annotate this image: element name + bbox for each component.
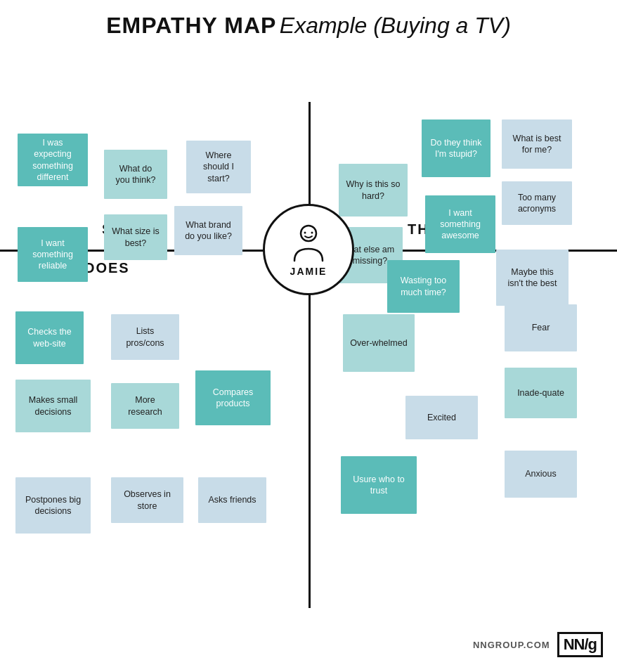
vertical-line xyxy=(308,102,311,608)
note-s2: What do you think? xyxy=(104,150,167,199)
footer: NNGROUP.COM NN/g xyxy=(473,632,603,657)
note-d3: Postpones big decisions xyxy=(15,477,91,534)
note-f1: Over-whelmed xyxy=(343,314,415,372)
footer-logo: NN/g xyxy=(557,632,603,657)
title-area: EMPATHY MAP Example (Buying a TV) xyxy=(0,0,617,46)
center-name: JAMIE xyxy=(290,266,327,277)
note-d1: Checks the web-site xyxy=(15,311,84,364)
note-t1: Do they think I'm stupid? xyxy=(422,119,491,177)
note-t3: Too many acronyms xyxy=(502,181,572,225)
note-t4: Why is this so hard? xyxy=(339,164,408,217)
note-d7: Compares products xyxy=(195,370,271,425)
title-italic: Example (Buying a TV) xyxy=(280,13,511,38)
svg-point-0 xyxy=(301,226,316,241)
note-d4: Lists pros/cons xyxy=(111,314,179,360)
note-d5: More research xyxy=(111,383,179,429)
note-d8: Asks friends xyxy=(198,477,266,523)
note-t2: What is best for me? xyxy=(502,119,572,169)
svg-point-1 xyxy=(304,232,306,234)
note-f3: Inade-quate xyxy=(505,368,577,418)
note-s4: What brand do you like? xyxy=(174,206,242,255)
svg-point-2 xyxy=(311,232,313,234)
map-container: SAYS THINKS DOES FEELS JAMIE I was expec… xyxy=(0,46,617,664)
footer-url: NNGROUP.COM xyxy=(473,640,550,650)
note-t8: Maybe this isn't the best xyxy=(496,250,569,306)
does-label: DOES xyxy=(84,260,130,276)
note-s1: I was expecting something different xyxy=(18,134,88,186)
note-d2: Makes small decisions xyxy=(15,380,91,432)
note-s5: What size is best? xyxy=(104,214,167,260)
note-t7: Wasting too much time? xyxy=(387,260,460,313)
note-s3: Where should I start? xyxy=(186,141,251,193)
note-t6: I want something awesome xyxy=(425,195,495,253)
note-f5: Usure who to trust xyxy=(341,456,417,514)
note-f2: Fear xyxy=(505,304,577,351)
person-icon xyxy=(287,222,330,264)
note-f6: Anxious xyxy=(505,451,577,498)
note-d6: Observes in store xyxy=(111,477,183,523)
title-bold: EMPATHY MAP xyxy=(106,13,276,38)
note-f4: Excited xyxy=(405,396,478,439)
note-s6: I want something reliable xyxy=(18,227,88,282)
center-circle: JAMIE xyxy=(263,204,354,295)
